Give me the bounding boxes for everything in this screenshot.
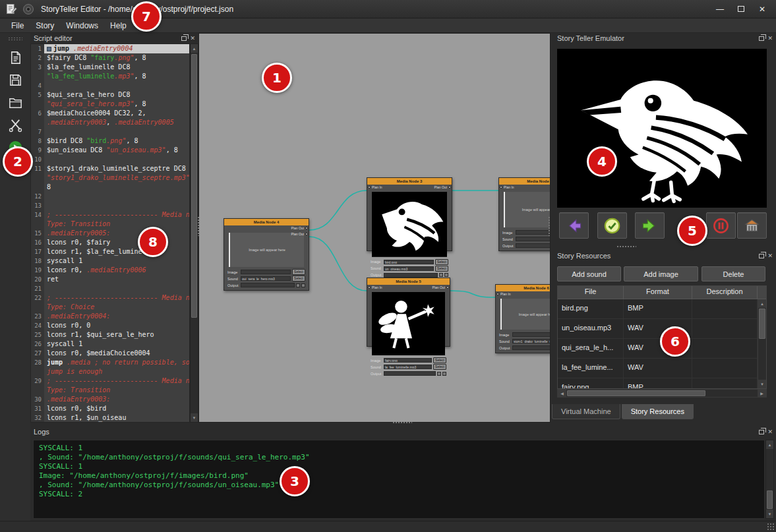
scroll-down-icon[interactable]: ▼ [191, 413, 198, 422]
code-line[interactable]: 18syscall 1 [31, 256, 189, 266]
code-line[interactable]: 23.mediaEntry0004: [31, 312, 189, 321]
emulator-back-button[interactable] [559, 212, 589, 239]
scroll-down-icon[interactable]: ▼ [766, 510, 773, 518]
node-select-button[interactable]: Select [433, 364, 446, 370]
code-line[interactable]: 27lcons r0, $mediaChoice0004 [31, 349, 189, 358]
close-icon[interactable]: ✕ [767, 36, 773, 42]
output-port[interactable]: Plan Out [433, 285, 449, 289]
code-line[interactable]: 12 [31, 192, 189, 201]
menu-story[interactable]: Story [30, 20, 60, 32]
new-script-button[interactable] [5, 48, 25, 67]
toolbar-drag-handle[interactable] [8, 37, 22, 41]
emulator-forward-button[interactable] [635, 212, 665, 239]
maximize-button[interactable] [732, 3, 750, 16]
menu-file[interactable]: File [5, 20, 30, 32]
code-line[interactable]: 25lcons r1, $qui_sera_le_hero [31, 330, 189, 340]
code-line[interactable]: 32lcons r1, $un_oiseau [31, 413, 189, 423]
delete-button[interactable]: Delete [701, 266, 765, 281]
scissors-button[interactable] [5, 115, 25, 134]
node-select-button[interactable]: Select [435, 259, 448, 265]
media-node[interactable]: Media Node 5Plan InPlan OutImagefairy.pn… [367, 278, 450, 347]
output-port[interactable]: Plan Out [291, 226, 308, 230]
node-output-button[interactable] [437, 372, 441, 376]
node-output-button[interactable] [301, 283, 305, 287]
node-select-button[interactable]: Select [435, 266, 448, 272]
code-line[interactable]: 8$bird DC8 "bird.png", 8 [31, 136, 189, 146]
node-title[interactable]: Media Node 6 [496, 285, 551, 291]
emulator-pause-button[interactable] [706, 212, 736, 239]
scrollbar-thumb[interactable] [767, 490, 773, 509]
code-line[interactable]: 22; -------------------------- Media nod… [31, 293, 189, 303]
code-line[interactable]: 20ret [31, 275, 189, 284]
column-header-file[interactable]: File [558, 286, 624, 299]
table-horizontal-scrollbar[interactable]: ◀ ▶ [557, 389, 767, 398]
code-line[interactable]: 9$un_oiseau DC8 "un_oiseau.mp3", 8 [31, 146, 189, 155]
script-code[interactable]: 1jump .mediaEntry00042$fairy DC8 "fairy.… [30, 44, 190, 423]
table-vertical-scrollbar[interactable]: ▲ ▼ [758, 299, 766, 388]
float-icon[interactable] [759, 254, 764, 258]
code-line[interactable]: 10 [31, 155, 189, 164]
code-line[interactable]: "story1_drako_luminelle_sceptre.mp3", [31, 173, 189, 183]
node-title[interactable]: Media Node 4 [224, 219, 309, 225]
code-line[interactable]: Type: Choice [31, 303, 189, 312]
splitter-handle[interactable] [616, 245, 636, 249]
code-line[interactable]: 1jump .mediaEntry0004 [31, 44, 189, 53]
code-line[interactable]: "la_fee_luminelle.mp3", 8 [31, 72, 189, 81]
code-line[interactable]: .mediaEntry0003, .mediaEntry0005 [31, 118, 189, 127]
code-line[interactable]: 30.mediaEntry0003: [31, 395, 189, 404]
minimize-button[interactable]: — [711, 3, 729, 16]
save-button[interactable] [5, 71, 25, 89]
node-title[interactable]: Media Node 3 [367, 178, 452, 185]
table-row[interactable]: un_oiseau.mp3WAV [558, 319, 758, 339]
code-line[interactable]: 29; -------------------------- Media nod… [31, 376, 189, 386]
scrollbar-thumb[interactable] [567, 390, 705, 396]
scroll-up-icon[interactable]: ▲ [191, 44, 198, 53]
code-line[interactable]: 14; -------------------------- Media nod… [31, 210, 189, 220]
add-sound-button[interactable]: Add sound [557, 266, 621, 281]
output-port[interactable]: Plan Out [434, 185, 451, 189]
scroll-right-icon[interactable]: ▶ [758, 390, 766, 397]
splitter-handle[interactable] [197, 216, 200, 236]
close-icon[interactable]: ✕ [190, 36, 195, 42]
float-icon[interactable] [181, 36, 187, 41]
input-port[interactable]: Plan In [368, 185, 382, 189]
code-line[interactable]: 6$mediaChoice0004 DC32, 2, [31, 109, 189, 118]
node-output-button[interactable] [439, 273, 443, 277]
code-line[interactable]: 3$la_fee_luminelle DC8 [31, 63, 189, 72]
media-node[interactable]: Media Node 3Plan InPlan OutImagebird.png… [367, 177, 452, 251]
node-output-button[interactable] [444, 273, 448, 277]
scroll-left-icon[interactable]: ◀ [558, 390, 566, 397]
splitter-handle[interactable] [392, 421, 412, 425]
code-line[interactable]: 21 [31, 284, 189, 293]
code-line[interactable]: 11$story1_drako_luminelle_sceptre DC8 [31, 164, 189, 173]
emulator-home-button[interactable] [737, 212, 767, 239]
scrollbar-thumb[interactable] [759, 309, 765, 339]
scroll-down-icon[interactable]: ▼ [758, 380, 766, 388]
code-line[interactable]: jump is enough [31, 367, 189, 376]
code-line[interactable]: 19lcons r0, .mediaEntry0006 [31, 266, 189, 275]
code-line[interactable]: 24lcons r0, 0 [31, 321, 189, 330]
resize-grip[interactable] [767, 523, 775, 531]
open-button[interactable] [5, 93, 25, 111]
emulator-validate-button[interactable] [597, 212, 627, 239]
node-output-button[interactable] [296, 283, 300, 287]
scroll-up-icon[interactable]: ▲ [758, 299, 766, 308]
close-button[interactable]: ✕ [754, 3, 771, 16]
add-image-button[interactable]: Add image [624, 266, 698, 281]
logs-scrollbar[interactable]: ▲ ▼ [765, 440, 774, 519]
input-port[interactable]: Plan In [496, 292, 511, 296]
table-row[interactable]: bird.pngBMP [558, 299, 758, 319]
close-icon[interactable]: ✕ [767, 429, 773, 435]
input-port[interactable]: Plan In [500, 185, 514, 189]
media-node[interactable]: Media Node 4Plan OutPlan OutImage will a… [224, 218, 309, 291]
node-title[interactable]: Media Node 5 [367, 278, 450, 285]
menu-help[interactable]: Help [104, 20, 133, 32]
output-port[interactable]: Plan Out [291, 232, 308, 236]
code-line[interactable]: 8 [31, 183, 189, 192]
close-icon[interactable]: ✕ [767, 253, 773, 259]
media-node[interactable]: Media Node 2Plan InImage will appear her… [498, 177, 551, 251]
code-line[interactable]: Type: Transition [31, 386, 189, 395]
code-line[interactable]: "qui_sera_le_hero.mp3", 8 [31, 100, 189, 109]
code-line[interactable]: 4 [31, 81, 189, 90]
node-select-button[interactable]: Select [292, 269, 305, 275]
